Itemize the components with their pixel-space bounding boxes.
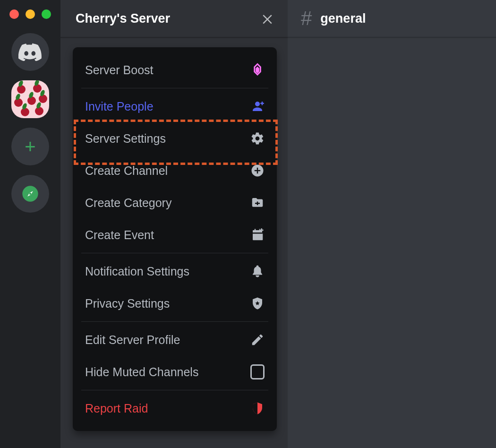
window-traffic-lights xyxy=(9,9,51,19)
menu-edit-server-profile[interactable]: Edit Server Profile xyxy=(73,324,277,356)
home-button[interactable] xyxy=(11,33,49,71)
channel-header: # general xyxy=(288,0,496,37)
bell-icon xyxy=(250,264,265,278)
hash-icon: # xyxy=(301,9,312,28)
server-header[interactable]: Cherry's Server xyxy=(60,0,288,37)
menu-separator xyxy=(81,88,268,88)
menu-create-event[interactable]: Create Event xyxy=(73,219,277,251)
window-minimize-button[interactable] xyxy=(26,9,35,19)
main-content: # general xyxy=(288,0,496,448)
gear-icon xyxy=(250,131,265,146)
menu-label: Hide Muted Channels xyxy=(85,365,250,379)
server-rail: + xyxy=(0,0,60,448)
menu-label: Create Category xyxy=(85,196,250,210)
close-icon xyxy=(260,11,274,26)
menu-hide-muted-channels[interactable]: Hide Muted Channels xyxy=(73,356,277,388)
menu-invite-people[interactable]: Invite People xyxy=(73,90,277,122)
menu-separator xyxy=(81,253,268,253)
menu-label: Create Channel xyxy=(85,164,250,178)
channel-name: general xyxy=(320,11,366,26)
window-close-button[interactable] xyxy=(9,9,19,19)
compass-icon xyxy=(21,184,40,203)
plus-icon: + xyxy=(25,137,35,156)
menu-privacy-settings[interactable]: Privacy Settings xyxy=(73,287,277,319)
pencil-icon xyxy=(250,333,265,347)
app-window: + Cherry's Server xyxy=(0,0,496,448)
shield-alert-icon xyxy=(250,401,265,415)
menu-server-settings[interactable]: Server Settings xyxy=(73,122,277,155)
menu-server-boost[interactable]: Server Boost xyxy=(73,54,277,86)
server-name: Cherry's Server xyxy=(76,11,170,26)
close-dropdown-button[interactable] xyxy=(260,11,274,26)
channel-sidebar: Cherry's Server Server Boost xyxy=(60,0,288,448)
menu-label: Create Event xyxy=(85,228,250,242)
menu-label: Report Raid xyxy=(85,402,250,415)
menu-create-channel[interactable]: Create Channel xyxy=(73,155,277,187)
invite-person-icon xyxy=(250,99,265,113)
svg-point-1 xyxy=(29,193,32,195)
folder-plus-icon xyxy=(250,196,265,210)
window-zoom-button[interactable] xyxy=(42,9,51,19)
add-server-button[interactable]: + xyxy=(11,128,49,165)
calendar-plus-icon xyxy=(250,228,265,242)
boost-gem-icon xyxy=(250,63,265,77)
server-dropdown-menu: Server Boost Invite People Server Settin… xyxy=(73,47,277,431)
explore-servers-button[interactable] xyxy=(11,175,49,213)
shield-star-icon xyxy=(250,296,265,310)
app-body: + Cherry's Server xyxy=(0,0,496,448)
discord-logo-icon xyxy=(18,43,42,61)
menu-separator xyxy=(81,321,268,322)
circle-plus-icon xyxy=(250,164,265,178)
menu-label: Server Settings xyxy=(85,132,250,146)
menu-report-raid[interactable]: Report Raid xyxy=(73,392,277,424)
menu-separator xyxy=(81,390,268,390)
menu-label: Edit Server Profile xyxy=(85,333,250,347)
menu-label: Invite People xyxy=(85,100,250,113)
menu-label: Notification Settings xyxy=(85,265,250,278)
menu-label: Privacy Settings xyxy=(85,297,250,310)
menu-notification-settings[interactable]: Notification Settings xyxy=(73,255,277,287)
checkbox-empty-icon xyxy=(250,365,265,379)
server-icon-cherry[interactable] xyxy=(11,80,49,118)
menu-label: Server Boost xyxy=(85,63,250,77)
menu-create-category[interactable]: Create Category xyxy=(73,187,277,219)
